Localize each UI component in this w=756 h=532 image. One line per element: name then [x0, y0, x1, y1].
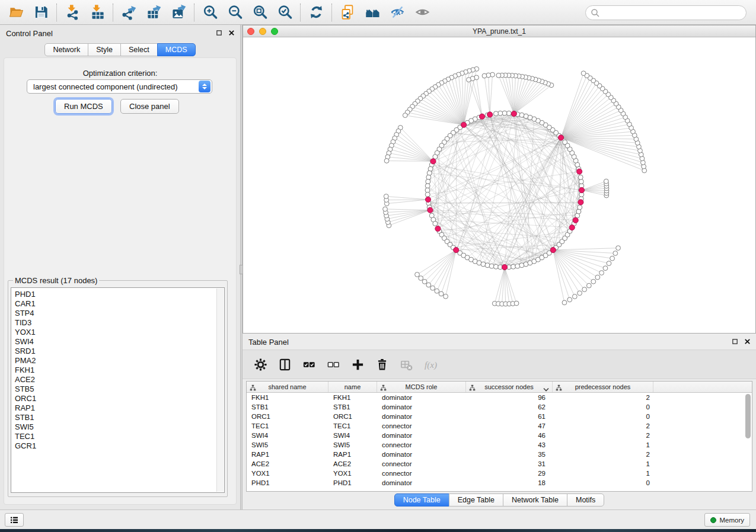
delete-column-button[interactable] [372, 355, 391, 374]
network-node[interactable] [616, 246, 621, 251]
show-all-button[interactable] [410, 2, 435, 23]
network-node[interactable] [515, 264, 520, 268]
mcds-result-item[interactable]: TEC1 [15, 432, 224, 441]
table-scrollbar-thumb[interactable] [745, 394, 751, 438]
first-neighbors-button[interactable] [360, 2, 385, 23]
column-header-shared-name[interactable]: shared name [247, 382, 328, 392]
network-node[interactable] [603, 266, 608, 271]
network-node[interactable] [419, 276, 423, 281]
network-dominator-node[interactable] [454, 247, 459, 252]
network-node[interactable] [511, 264, 516, 269]
hide-selected-button[interactable] [385, 2, 410, 23]
select-all-button[interactable] [299, 355, 318, 374]
mcds-result-item[interactable]: STB5 [15, 384, 224, 394]
mcds-result-item[interactable]: TID3 [15, 318, 224, 328]
network-node[interactable] [519, 113, 524, 117]
network-node[interactable] [427, 171, 432, 175]
network-node[interactable] [498, 111, 503, 116]
network-dominator-node[interactable] [511, 111, 516, 116]
import-table-button[interactable] [85, 2, 110, 23]
network-node[interactable] [435, 289, 439, 293]
open-button[interactable] [4, 2, 28, 23]
network-node[interactable] [610, 256, 615, 261]
tab-style[interactable]: Style [88, 43, 121, 56]
import-network-button[interactable] [60, 2, 85, 23]
network-dominator-node[interactable] [578, 200, 583, 205]
tab-edge-table[interactable]: Edge Table [449, 493, 503, 507]
mcds-result-item[interactable]: FKH1 [15, 366, 224, 375]
export-table-button[interactable] [141, 2, 166, 23]
mcds-result-item[interactable]: PHD1 [15, 290, 224, 299]
network-window-titlebar[interactable]: YPA_prune.txt_1 [243, 25, 755, 37]
network-dominator-node[interactable] [487, 112, 493, 117]
window-minimize-button[interactable] [259, 28, 266, 35]
network-node[interactable] [578, 291, 582, 296]
tab-network[interactable]: Network [44, 43, 88, 56]
table-row[interactable]: RAP1RAP1dominator352 [247, 450, 752, 459]
table-row[interactable]: SWI5SWI5connector431 [247, 440, 752, 450]
mcds-result-item[interactable]: CAR1 [15, 299, 224, 309]
network-node[interactable] [425, 192, 430, 197]
task-history-button[interactable] [5, 513, 24, 527]
network-node[interactable] [384, 159, 389, 164]
network-node[interactable] [613, 251, 618, 256]
table-row[interactable]: SWI4SWI4dominator462 [247, 431, 752, 440]
tab-motifs[interactable]: Motifs [567, 493, 604, 507]
network-dominator-node[interactable] [435, 226, 441, 231]
column-header-MCDS-role[interactable]: MCDS role [377, 382, 466, 392]
network-node[interactable] [578, 205, 582, 210]
mcds-result-item[interactable]: STP4 [15, 309, 224, 318]
zoom-in-button[interactable] [197, 2, 222, 23]
network-node[interactable] [422, 279, 427, 284]
column-header-successor-nodes[interactable]: successor nodes [466, 382, 553, 392]
mcds-result-item[interactable]: STB1 [15, 413, 224, 422]
network-node[interactable] [579, 179, 583, 184]
deselect-all-button[interactable] [324, 355, 343, 374]
memory-button[interactable]: Memory [704, 513, 750, 527]
network-node[interactable] [493, 264, 498, 269]
network-node[interactable] [444, 294, 448, 299]
table-row[interactable]: PHD1PHD1dominator180 [247, 478, 752, 488]
network-node[interactable] [567, 297, 572, 302]
network-node[interactable] [430, 286, 435, 290]
column-header-predecessor-nodes[interactable]: predecessor nodes [553, 382, 653, 392]
window-close-button[interactable] [247, 28, 254, 35]
network-node[interactable] [572, 294, 577, 299]
run-mcds-button[interactable]: Run MCDS [55, 99, 112, 114]
network-node[interactable] [562, 300, 567, 305]
network-node[interactable] [581, 71, 586, 76]
gear-button[interactable] [251, 355, 270, 374]
network-dominator-node[interactable] [579, 187, 584, 193]
zoom-selected-button[interactable] [272, 2, 297, 23]
network-dominator-node[interactable] [425, 197, 430, 202]
network-dominator-node[interactable] [428, 207, 433, 213]
mcds-result-list[interactable]: PHD1CAR1STP4TID3YOX1SWI4SRD1PMA2FKH1ACE2… [11, 287, 225, 493]
network-node[interactable] [467, 78, 471, 82]
network-dominator-node[interactable] [550, 247, 556, 252]
network-canvas[interactable] [243, 37, 755, 333]
refresh-button[interactable] [304, 2, 328, 23]
network-node[interactable] [384, 194, 388, 199]
duplicate-network-button[interactable] [335, 2, 360, 23]
export-image-button[interactable] [166, 2, 191, 23]
network-node[interactable] [514, 301, 519, 306]
table-row[interactable]: FKH1FKH1dominator962 [247, 393, 752, 402]
close-panel-icon[interactable] [744, 338, 751, 345]
network-node[interactable] [582, 287, 587, 292]
network-node[interactable] [604, 179, 608, 184]
network-node[interactable] [496, 73, 501, 78]
table-row[interactable]: TEC1TEC1connector472 [247, 421, 752, 431]
column-header-name[interactable]: name [328, 382, 377, 392]
network-node[interactable] [595, 275, 600, 280]
close-panel-icon[interactable] [228, 29, 235, 37]
mcds-result-item[interactable]: SWI5 [15, 422, 224, 432]
tab-network-table[interactable]: Network Table [503, 493, 567, 507]
mcds-result-item[interactable]: GCR1 [15, 441, 224, 451]
float-panel-icon[interactable] [215, 29, 223, 37]
close-panel-button[interactable]: Close panel [120, 99, 179, 114]
tab-select[interactable]: Select [120, 43, 158, 56]
network-dominator-node[interactable] [479, 114, 484, 119]
network-node[interactable] [485, 263, 490, 268]
network-dominator-node[interactable] [558, 135, 563, 140]
mcds-result-item[interactable]: YOX1 [15, 328, 224, 337]
